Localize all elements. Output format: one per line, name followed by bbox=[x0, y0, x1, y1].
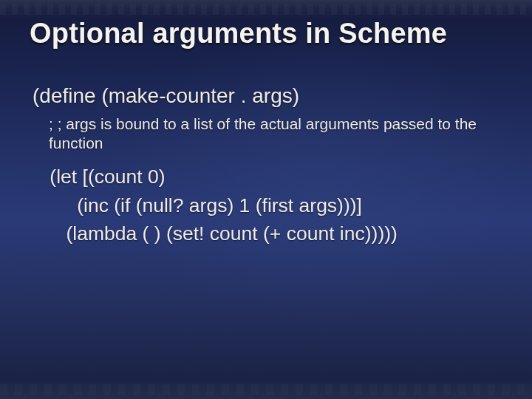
code-comment: ; ; args is bound to a list of the actua… bbox=[49, 115, 492, 152]
slide-body: (define (make-counter . args) ; ; args i… bbox=[33, 83, 502, 248]
code-line-2: (inc (if (null? args) 1 (first args)))] bbox=[44, 194, 362, 216]
code-define-line: (define (make-counter . args) bbox=[33, 83, 502, 109]
code-block: (let [(count 0) (inc (if (null? args) 1 … bbox=[44, 163, 502, 248]
code-line-3: (lambda ( ) (set! count (+ count inc))))… bbox=[44, 222, 398, 245]
slide: Optional arguments in Scheme (define (ma… bbox=[0, 0, 532, 399]
decorative-bottom-mosaic bbox=[0, 384, 532, 395]
code-line-1: (let [(count 0) bbox=[44, 166, 165, 188]
slide-title: Optional arguments in Scheme bbox=[30, 18, 502, 50]
